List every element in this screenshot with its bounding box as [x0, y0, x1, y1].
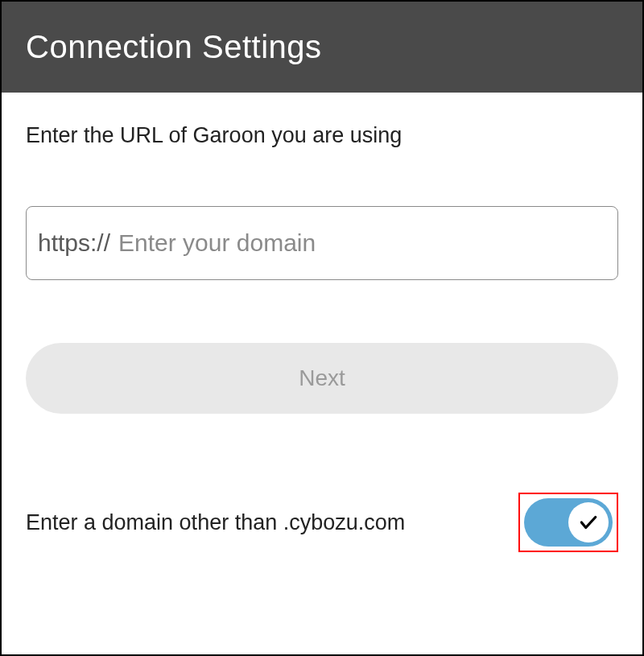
url-protocol-prefix: https:// [38, 229, 110, 257]
check-icon [578, 512, 599, 533]
header: Connection Settings [2, 2, 642, 93]
toggle-row: Enter a domain other than .cybozu.com [26, 493, 618, 552]
domain-input[interactable] [118, 229, 606, 257]
url-input-wrapper[interactable]: https:// [26, 206, 618, 280]
toggle-label: Enter a domain other than .cybozu.com [26, 510, 405, 535]
page-title: Connection Settings [26, 29, 618, 65]
instruction-text: Enter the URL of Garoon you are using [26, 123, 618, 148]
highlight-box [518, 493, 618, 552]
toggle-knob [568, 502, 609, 543]
main-content: Enter the URL of Garoon you are using ht… [2, 93, 642, 654]
other-domain-toggle[interactable] [524, 498, 613, 547]
next-button[interactable]: Next [26, 343, 618, 414]
